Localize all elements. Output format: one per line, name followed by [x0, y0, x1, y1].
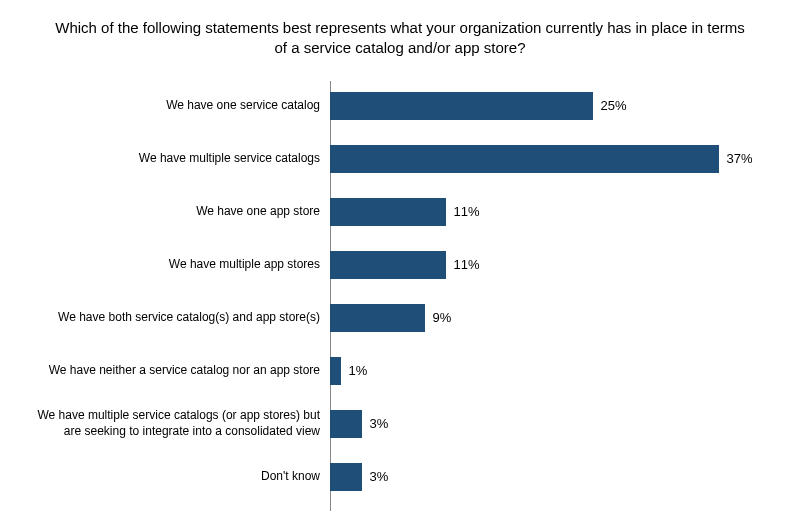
- value-label: 37%: [719, 145, 753, 173]
- value-label: 3%: [362, 463, 389, 491]
- bar-region: 3%: [330, 410, 780, 438]
- bar: [330, 463, 362, 491]
- chart-plot-area: We have one service catalog25%We have mu…: [20, 81, 780, 511]
- bar: [330, 92, 593, 120]
- bar-region: 9%: [330, 304, 780, 332]
- value-label: 11%: [446, 251, 480, 279]
- bar-region: 1%: [330, 357, 780, 385]
- bar: [330, 145, 719, 173]
- bar-region: 11%: [330, 198, 780, 226]
- chart-row: Don't know3%: [20, 452, 780, 502]
- category-label: We have one service catalog: [20, 98, 330, 114]
- chart-row: We have one app store11%: [20, 187, 780, 237]
- bar-region: 3%: [330, 463, 780, 491]
- chart-row: We have neither a service catalog nor an…: [20, 346, 780, 396]
- chart-title: Which of the following statements best r…: [50, 18, 750, 59]
- chart-row: We have multiple service catalogs37%: [20, 134, 780, 184]
- value-label: 11%: [446, 198, 480, 226]
- bar: [330, 357, 341, 385]
- category-label: We have multiple service catalogs (or ap…: [20, 408, 330, 439]
- bar: [330, 410, 362, 438]
- value-label: 25%: [593, 92, 627, 120]
- bar-region: 25%: [330, 92, 780, 120]
- category-label: We have one app store: [20, 204, 330, 220]
- category-label: We have multiple app stores: [20, 257, 330, 273]
- bar-region: 11%: [330, 251, 780, 279]
- category-label: We have neither a service catalog nor an…: [20, 363, 330, 379]
- chart-row: We have multiple app stores11%: [20, 240, 780, 290]
- chart-container: Which of the following statements best r…: [0, 0, 800, 525]
- value-label: 3%: [362, 410, 389, 438]
- chart-row: We have one service catalog25%: [20, 81, 780, 131]
- value-label: 1%: [341, 357, 368, 385]
- bar: [330, 251, 446, 279]
- chart-row: We have both service catalog(s) and app …: [20, 293, 780, 343]
- bar: [330, 198, 446, 226]
- value-label: 9%: [425, 304, 452, 332]
- chart-row: We have multiple service catalogs (or ap…: [20, 399, 780, 449]
- category-label: Don't know: [20, 469, 330, 485]
- category-label: We have multiple service catalogs: [20, 151, 330, 167]
- category-label: We have both service catalog(s) and app …: [20, 310, 330, 326]
- bar-region: 37%: [330, 145, 780, 173]
- bar: [330, 304, 425, 332]
